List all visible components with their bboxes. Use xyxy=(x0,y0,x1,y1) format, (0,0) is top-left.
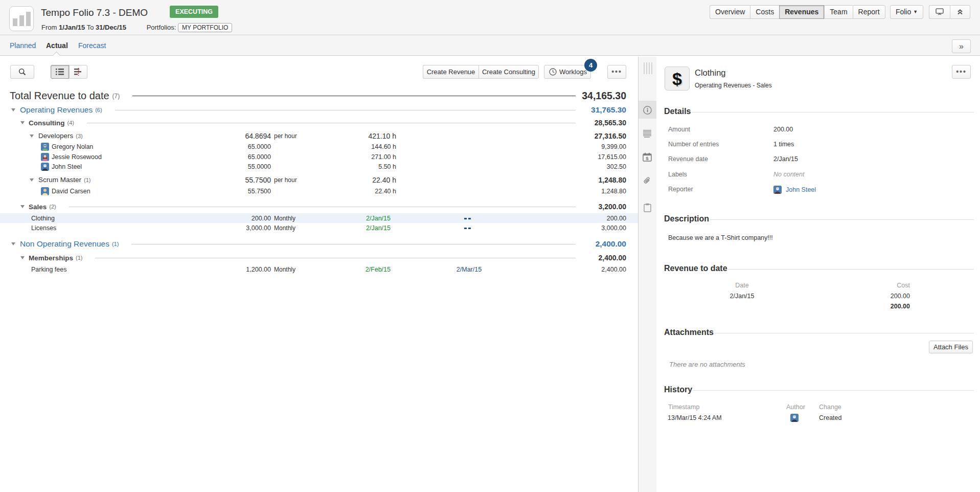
svg-text:$: $ xyxy=(646,155,649,161)
